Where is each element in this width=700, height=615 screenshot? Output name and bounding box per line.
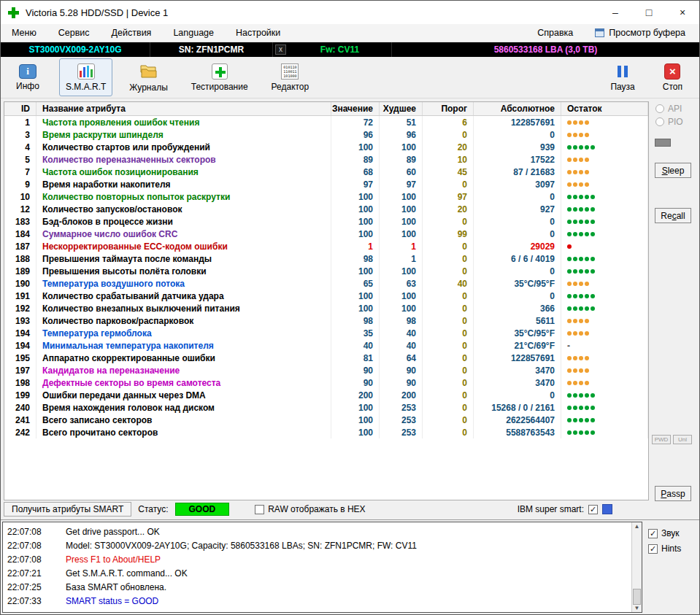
table-row[interactable]: 193Количество парковок/распарковок989805…: [4, 314, 648, 327]
table-row[interactable]: 240Время нахождения головок над диском10…: [4, 401, 648, 414]
menu-buffer-view[interactable]: Просмотр буфера: [584, 24, 696, 42]
unl-button[interactable]: Unl: [673, 435, 692, 444]
cell-value: 89: [331, 153, 380, 166]
table-row[interactable]: 199Ошибки передачи данных через DMA20020…: [4, 389, 648, 401]
table-row[interactable]: 195Аппаратно скорректированные ошибки816…: [4, 352, 648, 364]
device-close-button[interactable]: x: [275, 45, 286, 55]
table-row[interactable]: 184Суммарное число ошибок CRC100100990: [4, 228, 648, 240]
column-header[interactable]: Абсолютное: [474, 102, 561, 115]
minimize-button[interactable]: –: [599, 1, 632, 24]
table-row[interactable]: 194Температура гермоблока3540035°C/95°F: [4, 327, 648, 339]
table-row[interactable]: 190Температура воздушного потока65634035…: [4, 277, 648, 290]
cell-id: 183: [4, 215, 36, 228]
table-row[interactable]: 191Количество срабатываний датчика удара…: [4, 290, 648, 302]
table-row[interactable]: 242Всего прочитано секторов1002530558876…: [4, 426, 648, 438]
raw-hex-checkbox[interactable]: RAW отображать в HEX: [255, 504, 365, 514]
health-dot: [579, 232, 583, 236]
maximize-button[interactable]: □: [632, 1, 666, 24]
menu-item[interactable]: Сервис: [47, 24, 101, 42]
table-row[interactable]: 188Превышения таймаута после команды9810…: [4, 252, 648, 265]
device-model[interactable]: ST3000VX009-2AY10G: [1, 42, 150, 57]
toolbar-button[interactable]: 010110110011101000Редактор: [265, 58, 316, 96]
scroll-up-icon[interactable]: ▲: [634, 523, 640, 530]
table-row[interactable]: 183Бэд-блоков в процессе жизни10010000: [4, 215, 648, 228]
cell-raw: 6 / 6 / 4019: [474, 252, 561, 265]
health-dot: [573, 195, 577, 199]
cell-raw: 0: [474, 389, 561, 401]
hints-checkbox-box[interactable]: ✓: [648, 544, 658, 554]
sound-checkbox[interactable]: ✓ Звук: [648, 528, 699, 538]
table-row[interactable]: 192Количество внезапных выключений питан…: [4, 302, 648, 314]
health-dot: [585, 269, 589, 274]
log-time: 22:07:08: [7, 541, 66, 551]
table-row[interactable]: 5Количество переназначенных секторов8989…: [4, 153, 648, 166]
cell-raw: 3470: [474, 364, 561, 376]
radio-api-circle[interactable]: [655, 104, 664, 113]
hints-checkbox[interactable]: ✓ Hints: [648, 544, 699, 554]
toolbar-button[interactable]: Пауза: [604, 58, 641, 96]
cell-worst: 51: [380, 116, 423, 128]
window-controls: – □ ×: [599, 1, 699, 24]
cell-health: [561, 265, 648, 277]
cell-worst: 100: [380, 228, 423, 240]
column-header[interactable]: Порог: [423, 102, 474, 115]
radio-pio[interactable]: PIO: [655, 117, 683, 127]
table-row[interactable]: 189Превышения высоты полёта головки10010…: [4, 265, 648, 277]
menu-help[interactable]: Справка: [526, 24, 584, 42]
table-row[interactable]: 241Всего записано секторов10025302622564…: [4, 414, 648, 426]
table-row[interactable]: 187Нескорректированные ECC-кодом ошибки1…: [4, 240, 648, 252]
scroll-track[interactable]: [632, 530, 642, 605]
raw-hex-checkbox-box[interactable]: [255, 505, 264, 514]
sleep-button[interactable]: Sleep: [655, 163, 691, 178]
sound-checkbox-box[interactable]: ✓: [648, 529, 658, 538]
toolbar-button[interactable]: Журналы: [123, 58, 174, 96]
log-text: SMART status = GOOD: [66, 596, 158, 606]
menu-item[interactable]: Language: [162, 24, 225, 42]
cell-health: [561, 364, 648, 376]
toolbar-button[interactable]: iИнфо: [7, 58, 49, 96]
cell-health: [561, 327, 648, 339]
scroll-thumb[interactable]: [633, 589, 641, 605]
recall-button[interactable]: Recall: [655, 208, 691, 223]
log-scrollbar[interactable]: ▲ ▼: [631, 522, 642, 612]
scroll-down-icon[interactable]: ▼: [634, 605, 640, 611]
toolbar-button[interactable]: Тестирование: [185, 58, 255, 96]
pwd-button[interactable]: PWD: [652, 435, 671, 444]
health-dot: [573, 430, 577, 435]
ibm-checkbox[interactable]: ✓: [588, 505, 598, 514]
table-row[interactable]: 4Количество стартов или пробуждений10010…: [4, 141, 648, 153]
table-row[interactable]: 10Количество повторных попыток раскрутки…: [4, 190, 648, 203]
get-smart-button[interactable]: Получить атрибуты SMART: [4, 502, 131, 517]
cell-threshold: 0: [423, 215, 474, 228]
cell-health: [561, 401, 648, 414]
column-header[interactable]: Название атрибута: [36, 102, 331, 115]
cell-health: [561, 376, 648, 389]
column-header[interactable]: Худшее: [380, 102, 423, 115]
menu-item[interactable]: Настройки: [225, 24, 291, 42]
table-row[interactable]: 198Дефектные секторы во время самотеста9…: [4, 376, 648, 389]
table-row[interactable]: 12Количество запусков/остановок100100209…: [4, 203, 648, 215]
health-dot: [591, 406, 595, 410]
radio-pio-circle[interactable]: [655, 117, 664, 126]
column-header[interactable]: ID: [4, 102, 36, 115]
radio-api[interactable]: API: [655, 104, 682, 114]
menu-item[interactable]: Действия: [101, 24, 163, 42]
toolbar-button-label: Инфо: [16, 81, 39, 91]
main-content: IDНазвание атрибутаЗначениеХудшееПорогАб…: [1, 98, 699, 519]
color-swatch[interactable]: [602, 504, 612, 514]
column-header[interactable]: Остаток: [561, 102, 648, 115]
table-row[interactable]: 9Время наработки накопителя979703097: [4, 178, 648, 190]
health-dot: [591, 232, 595, 236]
health-dot: [573, 220, 577, 224]
column-header[interactable]: Значение: [331, 102, 380, 115]
toolbar-button[interactable]: ×Стоп: [656, 58, 689, 96]
close-button[interactable]: ×: [666, 1, 699, 24]
table-row[interactable]: 1Частота проявления ошибок чтения7251612…: [4, 116, 648, 128]
table-row[interactable]: 7Частота ошибок позиционирования68604587…: [4, 166, 648, 178]
menu-item[interactable]: Меню: [1, 24, 47, 42]
toolbar-button[interactable]: S.M.A.R.T: [59, 58, 112, 96]
table-row[interactable]: 197Кандидатов на переназначение909003470: [4, 364, 648, 376]
table-row[interactable]: 194Минимальная температура накопителя404…: [4, 339, 648, 352]
table-row[interactable]: 3Время раскрутки шпинделя969600: [4, 128, 648, 141]
passp-button[interactable]: Passp: [655, 486, 691, 501]
